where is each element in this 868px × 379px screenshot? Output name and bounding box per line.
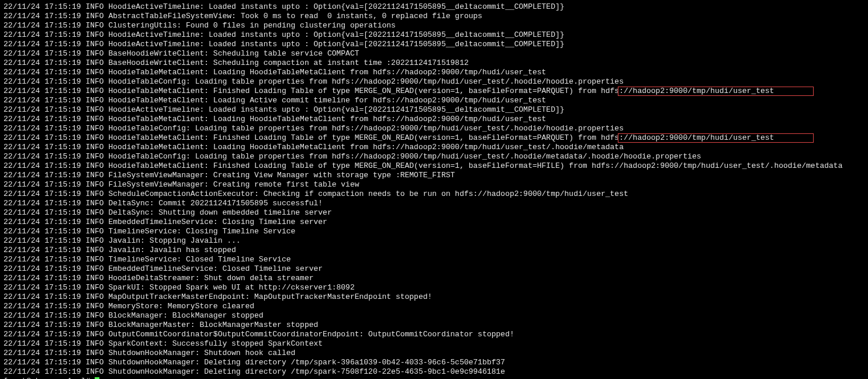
log-line: 22/11/24 17:15:19 INFO DeltaSync: Shutti…	[4, 208, 864, 218]
log-line: 22/11/24 17:15:19 INFO SparkUI: Stopped …	[4, 283, 864, 292]
log-line: 22/11/24 17:15:19 INFO ClusteringUtils: …	[4, 21, 864, 30]
log-line: 22/11/24 17:15:19 INFO HoodieDeltaStream…	[4, 274, 864, 283]
log-line: 22/11/24 17:15:19 INFO ScheduleCompactio…	[4, 190, 864, 199]
log-line: 22/11/24 17:15:19 INFO HoodieTableConfig…	[4, 124, 864, 133]
log-line: 22/11/24 17:15:19 INFO HoodieTableMetaCl…	[4, 87, 864, 96]
log-line: 22/11/24 17:15:19 INFO FileSystemViewMan…	[4, 180, 864, 190]
log-line: 22/11/24 17:15:19 INFO HoodieActiveTimel…	[4, 40, 864, 49]
log-line: 22/11/24 17:15:19 INFO AbstractTableFile…	[4, 12, 864, 21]
log-line: 22/11/24 17:15:19 INFO HoodieTableMetaCl…	[4, 143, 864, 152]
log-line: 22/11/24 17:15:19 INFO BaseHoodieWriteCl…	[4, 49, 864, 58]
log-line: 22/11/24 17:15:19 INFO OutputCommitCoord…	[4, 330, 864, 339]
highlight-box	[618, 87, 814, 96]
log-line: 22/11/24 17:15:19 INFO DeltaSync: Commit…	[4, 199, 864, 208]
log-line: 22/11/24 17:15:19 INFO HoodieActiveTimel…	[4, 105, 864, 115]
log-line: 22/11/24 17:15:19 INFO TimelineService: …	[4, 255, 864, 264]
log-line: 22/11/24 17:15:19 INFO SparkContext: Suc…	[4, 339, 864, 349]
log-line: 22/11/24 17:15:19 INFO HoodieActiveTimel…	[4, 30, 864, 40]
log-line: 22/11/24 17:15:19 INFO HoodieTableConfig…	[4, 152, 864, 161]
log-line: 22/11/24 17:15:19 INFO HoodieTableMetaCl…	[4, 161, 864, 171]
log-line: 22/11/24 17:15:19 INFO ShutdownHookManag…	[4, 358, 864, 367]
log-line: 22/11/24 17:15:19 INFO EmbeddedTimelineS…	[4, 264, 864, 274]
log-line: 22/11/24 17:15:19 INFO TimelineService: …	[4, 227, 864, 236]
log-line: 22/11/24 17:15:19 INFO ShutdownHookManag…	[4, 349, 864, 358]
log-line: 22/11/24 17:15:19 INFO HoodieTableMetaCl…	[4, 68, 864, 77]
terminal-output[interactable]: 22/11/24 17:15:19 INFO HoodieActiveTimel…	[0, 0, 868, 379]
log-line: 22/11/24 17:15:19 INFO HoodieTableMetaCl…	[4, 115, 864, 124]
log-line: 22/11/24 17:15:19 INFO EmbeddedTimelineS…	[4, 218, 864, 227]
prompt-line[interactable]: [root@ckserver1 ~]#	[4, 377, 864, 379]
log-line: 22/11/24 17:15:19 INFO ShutdownHookManag…	[4, 367, 864, 377]
log-line: 22/11/24 17:15:19 INFO HoodieTableMetaCl…	[4, 96, 864, 105]
log-line: 22/11/24 17:15:19 INFO HoodieTableConfig…	[4, 77, 864, 87]
log-line: 22/11/24 17:15:19 INFO Javalin: Javalin …	[4, 246, 864, 255]
log-line: 22/11/24 17:15:19 INFO BaseHoodieWriteCl…	[4, 58, 864, 68]
log-line: 22/11/24 17:15:19 INFO FileSystemViewMan…	[4, 171, 864, 180]
log-line: 22/11/24 17:15:19 INFO BlockManager: Blo…	[4, 311, 864, 321]
highlight-box	[618, 133, 814, 143]
log-line: 22/11/24 17:15:19 INFO Javalin: Stopping…	[4, 236, 864, 246]
log-line: 22/11/24 17:15:19 INFO HoodieActiveTimel…	[4, 2, 864, 12]
prompt-text: [root@ckserver1 ~]#	[4, 377, 95, 379]
log-line: 22/11/24 17:15:19 INFO MemoryStore: Memo…	[4, 302, 864, 311]
log-line: 22/11/24 17:15:19 INFO BlockManagerMaste…	[4, 321, 864, 330]
log-line: 22/11/24 17:15:19 INFO MapOutputTrackerM…	[4, 292, 864, 302]
log-line: 22/11/24 17:15:19 INFO HoodieTableMetaCl…	[4, 133, 864, 143]
